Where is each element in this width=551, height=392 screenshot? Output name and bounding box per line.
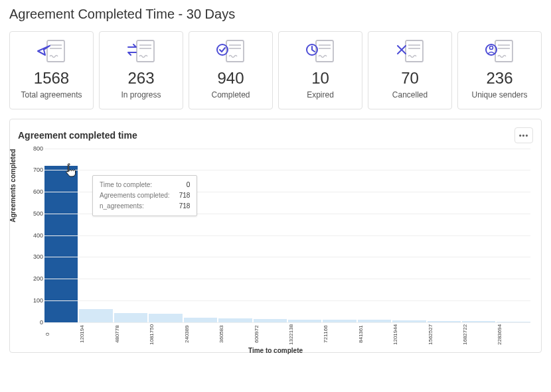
chart-panel: Agreement completed time ••• Agreements … [9,119,542,353]
y-tick: 800 [26,145,43,152]
x-axis-label: Time to complete [18,347,533,354]
card-value: 10 [283,69,358,88]
tooltip-value: 0 [183,180,191,190]
page-title: Agreement Completed Time - 30 Days [9,7,542,22]
tooltip-label: Time to complete: [100,180,152,190]
summary-card: 940 Completed [189,31,273,109]
svg-rect-6 [226,40,244,62]
send-doc-icon [14,38,89,64]
card-value: 940 [193,69,268,88]
x-tick: 1081750 [149,322,182,348]
chart-title: Agreement completed time [18,130,137,141]
x-tick: 0 [44,322,78,348]
summary-card: 1568 Total agreements [9,31,94,109]
y-tick: 0 [26,319,43,326]
check-doc-icon [193,38,268,64]
card-label: Cancelled [372,90,447,101]
y-tick: 400 [26,232,43,239]
bar[interactable] [79,309,112,322]
summary-card: 263 In progress [99,31,183,109]
svg-rect-17 [495,40,512,62]
x-tick: 841361 [358,322,391,348]
svg-point-21 [489,46,493,50]
bar[interactable] [149,314,182,322]
progress-doc-icon [104,38,179,64]
y-tick: 300 [26,253,43,260]
summary-card: 10 Expired [278,31,362,109]
y-axis-label: Agreements completed [9,149,17,222]
x-tick: 1562527 [428,322,461,348]
bar[interactable] [114,313,147,322]
y-tick: 500 [26,210,43,217]
x-tick: 721166 [323,322,356,348]
summary-card: 70 Cancelled [368,31,452,109]
x-tick: 1322138 [288,322,321,348]
chart-tooltip: Time to complete:0Agreements completed:7… [92,175,197,216]
svg-rect-10 [316,40,333,62]
grid-line [44,300,530,301]
summary-cards: 1568 Total agreements 263 In progress 94… [9,31,542,109]
x-tick: 360583 [218,322,252,348]
grid-line [44,279,530,279]
x-tick: 1682722 [462,322,495,348]
card-label: In progress [104,90,179,101]
y-tick: 200 [26,275,43,282]
bar[interactable] [44,166,78,322]
tooltip-value: 718 [175,190,191,201]
tooltip-label: Agreements completed: [100,190,170,201]
card-label: Total agreements [14,90,89,101]
x-tick: 2283694 [497,322,530,348]
y-tick: 600 [26,188,43,195]
card-value: 236 [462,69,537,88]
grid-line [44,149,530,149]
x-tick: 600972 [254,322,287,348]
card-label: Expired [283,90,358,101]
chart-more-button[interactable]: ••• [514,127,533,143]
y-tick: 700 [26,166,43,173]
clock-doc-icon [283,38,358,64]
card-label: Completed [193,90,268,101]
x-tick: 480778 [114,322,147,348]
x-tick: 240389 [184,322,217,348]
cancel-doc-icon [372,38,447,64]
chart-body: Agreements completed 0100200300400500600… [18,149,533,348]
x-tick: 120194 [79,322,112,348]
tooltip-label: n_agreements: [100,201,144,212]
plot-area: 0100200300400500600700800 [44,149,530,322]
y-tick: 100 [26,297,43,304]
user-doc-icon [462,38,537,64]
card-value: 70 [372,69,447,88]
tooltip-value: 718 [175,201,191,212]
card-label: Unique senders [462,90,537,101]
grid-line [44,235,530,236]
svg-rect-0 [47,40,64,62]
svg-rect-14 [406,40,423,62]
grid-line [44,170,530,170]
summary-card: 236 Unique senders [457,31,542,109]
card-value: 263 [104,69,179,88]
svg-rect-3 [137,40,154,62]
x-tick: 1201944 [392,322,426,348]
card-value: 1568 [14,69,89,88]
grid-line [44,257,530,257]
